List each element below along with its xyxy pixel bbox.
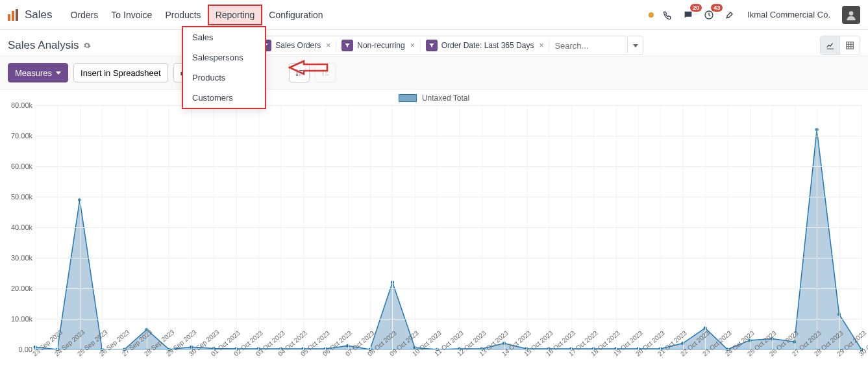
nav-to-invoice[interactable]: To Invoice (105, 5, 158, 25)
annotation-arrow-icon (288, 57, 330, 80)
y-tick: 50.00k (11, 193, 32, 201)
filter-chip-label: Non-recurring (357, 41, 404, 50)
chart: 0.0010.00k20.00k30.00k40.00k50.00k60.00k… (6, 105, 862, 378)
filter-icon (426, 40, 438, 51)
filter-icon (341, 40, 353, 51)
svg-point-4 (849, 11, 854, 16)
remove-filter-icon[interactable]: × (538, 41, 543, 50)
topbar: Sales OrdersTo InvoiceProductsReportingC… (0, 0, 868, 30)
spreadsheet-label: Insert in Spreadsheet (81, 68, 161, 78)
y-tick: 10.00k (11, 315, 32, 323)
nav-reporting[interactable]: Reporting (208, 5, 263, 25)
status-dot-icon (649, 12, 654, 18)
filter-chip-label: Sales Orders (275, 41, 321, 50)
legend-swatch-icon (399, 94, 417, 102)
y-tick: 80.00k (11, 101, 32, 109)
remove-filter-icon[interactable]: × (409, 41, 415, 50)
pivot-view-button[interactable] (840, 36, 860, 55)
systray: 20 43 Ikmal Commercial Co. (649, 6, 860, 24)
nav-products[interactable]: Products (158, 5, 207, 25)
y-tick: 0.00 (19, 346, 32, 353)
app-logo-icon (8, 9, 19, 21)
plot-area (35, 105, 862, 349)
y-tick: 20.00k (11, 284, 32, 292)
search-input[interactable] (549, 36, 627, 55)
y-tick: 70.00k (11, 132, 32, 140)
y-tick: 60.00k (11, 162, 32, 170)
messages-badge: 20 (690, 4, 702, 12)
chart-legend: Untaxed Total (6, 94, 862, 103)
page-title: Sales Analysis (8, 39, 79, 52)
y-tick: 30.00k (11, 254, 32, 262)
filter-chip: Non-recurring× (336, 40, 420, 51)
graph-toolbar: Measures Insert in Spreadsheet (0, 56, 868, 90)
dropdown-item-customers[interactable]: Customers (183, 88, 265, 108)
x-axis: 23 Sep 202324 Sep 202325 Sep 202326 Sep … (35, 349, 862, 378)
search-filters: Sales Orders×Non-recurring×Order Date: L… (254, 36, 628, 55)
filter-chip: Order Date: Last 365 Days× (421, 40, 550, 51)
measures-button[interactable]: Measures (8, 63, 68, 82)
remove-filter-icon[interactable]: × (325, 41, 330, 50)
filter-chip-label: Order Date: Last 365 Days (441, 41, 534, 50)
activities-badge: 43 (711, 4, 723, 12)
dropdown-item-sales[interactable]: Sales (183, 27, 265, 47)
measures-label: Measures (15, 68, 52, 78)
gear-icon[interactable] (83, 42, 91, 49)
tools-icon[interactable] (723, 8, 737, 22)
app-title: Sales (25, 8, 53, 21)
control-bar: Sales Analysis Sales Orders×Non-recurrin… (0, 30, 868, 56)
svg-rect-0 (8, 14, 10, 21)
filter-chip: Sales Orders× (254, 40, 336, 51)
nav-configuration[interactable]: Configuration (262, 5, 329, 25)
search-options-caret[interactable] (628, 36, 643, 55)
svg-rect-5 (847, 42, 854, 49)
y-tick: 40.00k (11, 223, 32, 231)
insert-spreadsheet-button[interactable]: Insert in Spreadsheet (73, 63, 168, 82)
legend-label: Untaxed Total (422, 94, 469, 103)
reporting-dropdown: SalesSalespersonsProductsCustomers (182, 26, 266, 109)
dropdown-item-products[interactable]: Products (183, 68, 265, 88)
view-switcher (820, 36, 860, 55)
y-axis: 0.0010.00k20.00k30.00k40.00k50.00k60.00k… (6, 105, 35, 349)
svg-rect-1 (12, 11, 14, 21)
activities-icon[interactable]: 43 (702, 8, 716, 22)
phone-icon[interactable] (660, 8, 675, 22)
messages-icon[interactable]: 20 (681, 8, 695, 22)
graph-view-button[interactable] (821, 36, 840, 55)
user-avatar[interactable] (842, 6, 860, 24)
dropdown-item-salespersons[interactable]: Salespersons (183, 47, 265, 68)
company-name[interactable]: Ikmal Commercial Co. (747, 10, 830, 19)
nav-orders[interactable]: Orders (64, 5, 105, 25)
chart-container: Untaxed Total 0.0010.00k20.00k30.00k40.0… (0, 90, 868, 385)
svg-rect-2 (16, 9, 18, 21)
